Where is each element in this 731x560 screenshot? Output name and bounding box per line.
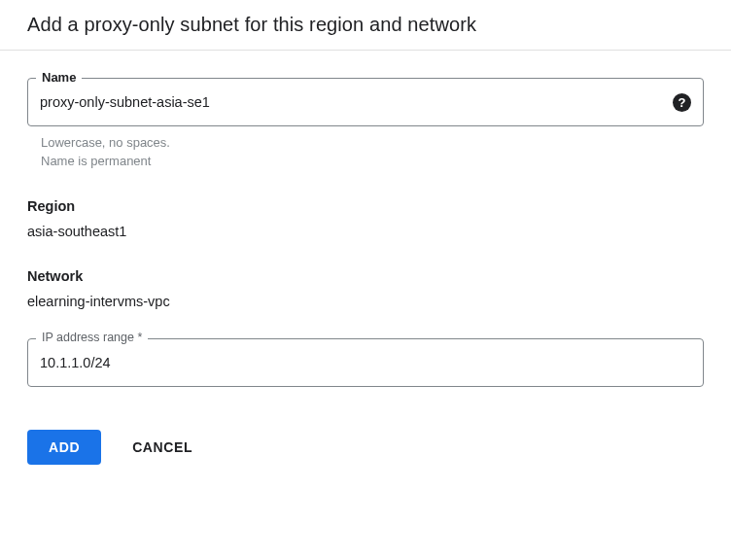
ip-range-field[interactable]: IP address range *: [27, 338, 704, 387]
ip-range-field-group: IP address range *: [27, 338, 704, 387]
helper-line-1: Lowercase, no spaces.: [41, 134, 704, 153]
network-section: Network elearning-intervms-vpc: [27, 268, 704, 309]
dialog-header: Add a proxy-only subnet for this region …: [0, 0, 731, 51]
name-field-group: Name ? Lowercase, no spaces. Name is per…: [27, 78, 704, 171]
ip-range-label: IP address range *: [36, 331, 148, 344]
region-section: Region asia-southeast1: [27, 198, 704, 239]
name-input[interactable]: [40, 94, 673, 110]
help-icon[interactable]: ?: [673, 93, 691, 112]
network-value: elearning-intervms-vpc: [27, 294, 704, 309]
action-buttons: ADD CANCEL: [27, 430, 704, 465]
ip-range-input[interactable]: [40, 355, 691, 370]
helper-line-2: Name is permanent: [41, 153, 704, 171]
dialog-content: Name ? Lowercase, no spaces. Name is per…: [0, 51, 731, 492]
add-button[interactable]: ADD: [27, 430, 101, 465]
name-helper-text: Lowercase, no spaces. Name is permanent: [41, 134, 704, 171]
cancel-button[interactable]: CANCEL: [132, 439, 192, 455]
network-label: Network: [27, 268, 704, 284]
region-value: asia-southeast1: [27, 224, 704, 239]
region-label: Region: [27, 198, 704, 214]
name-field-label: Name: [36, 70, 82, 85]
page-title: Add a proxy-only subnet for this region …: [27, 14, 704, 36]
name-field[interactable]: Name ?: [27, 78, 704, 126]
